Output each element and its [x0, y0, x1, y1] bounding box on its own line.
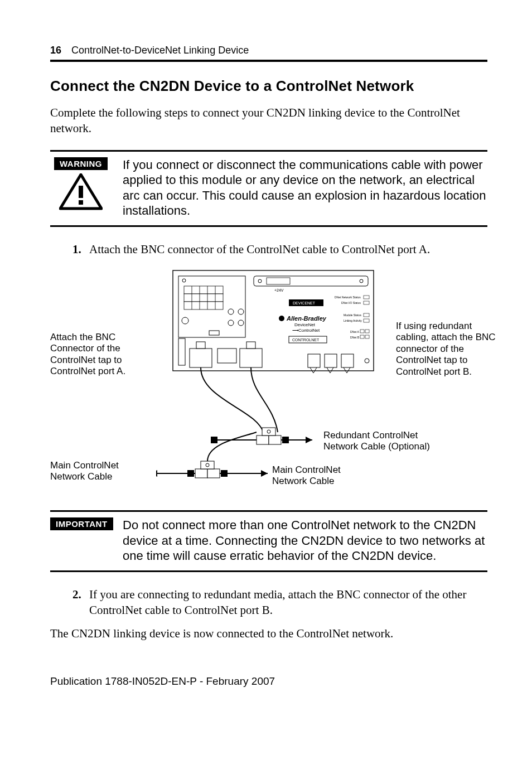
- svg-rect-8: [184, 302, 223, 309]
- warning-triangle-icon: [59, 173, 103, 210]
- svg-rect-48: [341, 354, 354, 367]
- diagram-left-label: Attach the BNC Connector of the ControlN…: [50, 332, 148, 378]
- step-2: 2. If you are connecting to redundant me…: [72, 587, 487, 618]
- svg-rect-41: [190, 349, 212, 367]
- svg-rect-64: [187, 470, 194, 477]
- header-rule: [50, 60, 487, 62]
- svg-marker-68: [261, 470, 268, 477]
- svg-rect-7: [184, 294, 223, 302]
- intro-paragraph: Complete the following steps to connect …: [50, 105, 487, 137]
- svg-marker-65: [156, 470, 157, 477]
- svg-rect-44: [240, 349, 262, 367]
- svg-rect-60: [207, 469, 220, 478]
- page-number: 16: [50, 45, 61, 56]
- svg-text:DNet I/O Status: DNet I/O Status: [341, 301, 361, 304]
- svg-rect-43: [217, 349, 236, 363]
- svg-text:DNet B: DNet B: [350, 336, 360, 339]
- svg-rect-2: [79, 200, 83, 205]
- controlnet-box: CONTROLNET: [292, 338, 320, 342]
- brand-text: Allen-Bradley: [286, 315, 327, 322]
- step-1: 1. Attach the BNC connector of the Contr…: [72, 241, 487, 257]
- important-callout: IMPORTANT Do not connect more than one C…: [50, 510, 487, 572]
- svg-rect-67: [221, 470, 228, 477]
- running-header: 16 ControlNet-to-DeviceNet Linking Devic…: [50, 45, 487, 56]
- svg-rect-50: [257, 435, 269, 444]
- svg-rect-57: [282, 437, 289, 443]
- step-2-text: If you are connecting to redundant media…: [89, 587, 487, 618]
- controlnet-text: ⟶ControlNet: [292, 328, 320, 333]
- svg-text:Module Status: Module Status: [344, 313, 361, 317]
- svg-marker-58: [306, 437, 312, 443]
- svg-rect-51: [269, 435, 281, 444]
- svg-rect-40: [178, 338, 185, 365]
- diagram-main-left-label: Main ControlNet Network Cable: [50, 460, 148, 483]
- warning-callout: WARNING If you connect or disconnect the…: [50, 150, 487, 227]
- devicenet-text: DeviceNet: [294, 322, 316, 327]
- svg-rect-6: [184, 286, 223, 294]
- plus24v-label: +24V: [274, 288, 284, 292]
- svg-rect-47: [325, 354, 337, 367]
- important-tag: IMPORTANT: [50, 517, 113, 530]
- svg-text:DNet Network Status: DNet Network Status: [335, 296, 361, 299]
- running-title: ControlNet-to-DeviceNet Linking Device: [71, 45, 249, 56]
- step-1-number: 1.: [72, 241, 89, 257]
- svg-rect-55: [211, 437, 217, 443]
- step-1-text: Attach the BNC connector of the ControlN…: [89, 241, 430, 257]
- diagram-redundant-label: Redundant ControlNet Network Cable (Opti…: [323, 430, 441, 453]
- warning-text: If you connect or disconnect the communi…: [123, 157, 487, 219]
- svg-text:DNet A: DNet A: [350, 330, 360, 333]
- svg-rect-45: [246, 342, 255, 349]
- svg-rect-52: [262, 428, 275, 435]
- svg-rect-1: [79, 186, 83, 198]
- svg-text:Linking Activity: Linking Activity: [344, 319, 362, 322]
- svg-rect-59: [195, 469, 207, 478]
- diagram-main-right-label: Main ControlNet Network Cable: [272, 464, 361, 487]
- devicenet-box: DEVICENET: [293, 301, 316, 305]
- important-text: Do not connect more than one ControlNet …: [123, 517, 487, 564]
- svg-point-24: [279, 316, 284, 321]
- svg-rect-46: [308, 354, 320, 367]
- svg-rect-61: [201, 461, 214, 469]
- step-2-number: 2.: [72, 587, 89, 618]
- svg-rect-42: [196, 342, 205, 349]
- closing-paragraph: The CN2DN linking device is now connecte…: [50, 626, 487, 641]
- section-title: Connect the CN2DN Device to a ControlNet…: [50, 78, 487, 95]
- publication-footer: Publication 1788-IN052D-EN-P - February …: [50, 675, 487, 688]
- diagram-right-label: If using redundant cabling, attach the B…: [396, 321, 502, 378]
- wiring-diagram: +24V DEVICENET Allen-Bradley DeviceNet ⟶…: [50, 265, 487, 505]
- warning-tag: WARNING: [54, 157, 108, 170]
